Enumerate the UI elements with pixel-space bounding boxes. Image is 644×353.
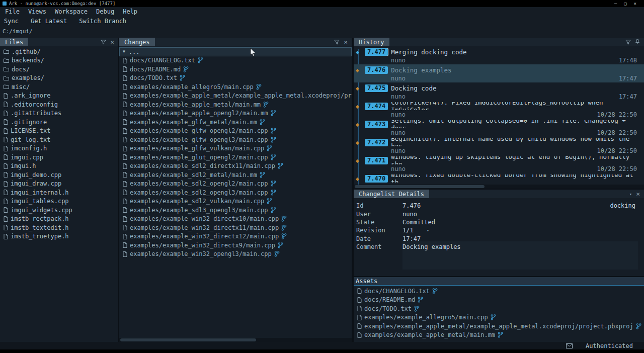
changed-file-row[interactable]: examples/example_win32_directx12/main.cp…	[119, 232, 352, 241]
close-icon[interactable]: ×	[110, 39, 114, 45]
changed-file-row[interactable]: examples/example_glfw_metal/main.mm	[119, 118, 352, 127]
changed-file-row[interactable]: examples/example_glfw_vulkan/main.cpp	[119, 144, 352, 153]
mail-icon[interactable]	[566, 343, 573, 348]
maximize-button[interactable]: ▢	[624, 1, 626, 6]
file-name: imconfig.h	[11, 145, 47, 152]
assets-panel-title[interactable]: Assets	[356, 278, 377, 285]
changed-file-row[interactable]: examples/example_sdl3_opengl3/main.cpp	[119, 206, 352, 215]
toolbar-switch-branch-button[interactable]: Switch Branch	[79, 18, 126, 25]
history-commit-row[interactable]: 7.472BeginChild(): Internal name used by…	[354, 137, 644, 155]
chevron-down-icon[interactable]: ▾	[427, 228, 429, 233]
changeset-badge[interactable]: 7.470	[365, 175, 388, 183]
close-icon[interactable]: ×	[636, 191, 640, 197]
changeset-badge[interactable]: 7.471	[365, 157, 388, 164]
file-tree-item[interactable]: imstb_rectpack.h	[0, 215, 118, 224]
file-tree-item[interactable]: git_log.txt	[0, 135, 118, 144]
changed-file-row[interactable]: examples/example_sdl2_opengl2/main.cpp	[119, 180, 352, 189]
close-icon[interactable]: ×	[344, 39, 348, 45]
history-commit-row[interactable]: 7.474ColorPicker4(): Fixed ImGuiColorEdi…	[354, 101, 644, 119]
toolbar-sync-button[interactable]: Sync	[4, 18, 19, 25]
changes-panel-title[interactable]: Changes	[119, 38, 155, 46]
changed-file-row[interactable]: examples/example_win32_directx9/main.cpp	[119, 241, 352, 250]
filter-icon[interactable]	[101, 40, 106, 45]
toolbar-get-latest-button[interactable]: Get Latest	[31, 18, 67, 25]
file-tree-item[interactable]: imstb_textedit.h	[0, 223, 118, 232]
history-commit-row[interactable]: 7.471Windows: tidying up skipitems logic…	[354, 155, 644, 173]
changed-file-row[interactable]: examples/example_apple_opengl2/main.mm	[119, 109, 352, 118]
filter-icon[interactable]	[334, 40, 340, 45]
file-tree-item[interactable]: .gitattributes	[0, 109, 118, 118]
changed-file-row[interactable]: examples/example_glfw_opengl3/main.cpp	[119, 135, 352, 144]
menu-file[interactable]: File	[5, 8, 20, 15]
history-commit-row[interactable]: 7.475Docking codenuno17:47	[354, 82, 644, 101]
file-tree-item[interactable]: imconfig.h	[0, 144, 118, 153]
changed-file-row[interactable]: examples/example_sdl2_metal/main.mm	[119, 170, 352, 180]
changed-file-row[interactable]: examples/example_sdl2_opengl3/main.cpp	[119, 188, 352, 197]
file-tree-item[interactable]: backends/	[0, 56, 118, 65]
changed-file-row[interactable]: examples/example_sdl2_directx11/main.cpp	[119, 162, 352, 171]
file-tree-item[interactable]: imgui_tables.cpp	[0, 197, 118, 206]
file-tree-item[interactable]: docs/	[0, 65, 118, 74]
changeset-badge[interactable]: 7.472	[365, 139, 388, 146]
file-tree-item[interactable]: imgui.cpp	[0, 153, 118, 162]
asset-row[interactable]: examples/example_apple_metal/main.mm	[354, 331, 644, 340]
horizontal-scrollbar[interactable]	[354, 185, 644, 189]
close-button[interactable]: ×	[634, 1, 636, 6]
file-tree-item[interactable]: imgui.h	[0, 162, 118, 171]
menu-views[interactable]: Views	[28, 8, 46, 15]
changed-file-row[interactable]: docs/TODO.txt	[119, 74, 352, 83]
minimize-button[interactable]: –	[614, 1, 617, 6]
history-panel-title[interactable]: History	[354, 38, 389, 46]
files-panel-title[interactable]: Files	[0, 38, 28, 46]
changed-file-row[interactable]: docs/README.md	[119, 65, 352, 74]
scrollbar-handle[interactable]	[355, 185, 485, 188]
menu-workspace[interactable]: Workspace	[55, 8, 88, 15]
expand-icon[interactable]: ▼	[123, 49, 125, 54]
file-tree-item[interactable]: examples/	[0, 74, 118, 83]
changeset-badge[interactable]: 7.475	[365, 84, 388, 92]
horizontal-scrollbar[interactable]	[119, 338, 352, 342]
menu-help[interactable]: Help	[123, 8, 137, 15]
scrollbar-handle[interactable]	[120, 338, 256, 341]
changed-file-row[interactable]: examples/example_apple_metal/example_app…	[119, 92, 352, 101]
changed-file-row[interactable]: docs/CHANGELOG.txt	[119, 56, 352, 65]
file-tree-item[interactable]: imgui_widgets.cpp	[0, 206, 118, 215]
changeset-badge[interactable]: 7.474	[365, 103, 388, 110]
pin-icon[interactable]	[635, 39, 640, 45]
changed-file-row[interactable]: examples/example_win32_directx11/main.cp…	[119, 223, 352, 232]
file-tree-item[interactable]: .gitignore	[0, 118, 118, 127]
chevron-down-icon[interactable]: ▾	[629, 192, 632, 197]
file-tree-item[interactable]: .ark_ignore	[0, 92, 118, 101]
changed-file-row[interactable]: examples/example_glut_opengl2/main.cpp	[119, 153, 352, 162]
asset-row[interactable]: docs/CHANGELOG.txt	[354, 287, 644, 296]
menu-debug[interactable]: Debug	[96, 8, 114, 15]
details-panel-title[interactable]: Changelist Details	[354, 190, 429, 198]
changed-file-row[interactable]: examples/example_win32_directx10/main.cp…	[119, 215, 352, 224]
file-tree-item[interactable]: imgui_draw.cpp	[0, 180, 118, 189]
asset-row[interactable]: examples/example_allegro5/main.cpp	[354, 313, 644, 322]
history-commit-row[interactable]: 7.473Settings: omit outputing Collapsed=…	[354, 119, 644, 137]
asset-row[interactable]: docs/README.md	[354, 296, 644, 305]
file-tree-item[interactable]: .editorconfig	[0, 100, 118, 109]
file-tree-item[interactable]: imstb_truetype.h	[0, 232, 118, 241]
changed-file-row[interactable]: examples/example_allegro5/main.cpp	[119, 82, 352, 92]
changed-file-row[interactable]: examples/example_win32_opengl3/main.cpp	[119, 250, 352, 259]
file-tree-item[interactable]: .github/	[0, 47, 118, 56]
file-tree-item[interactable]: imgui_internal.h	[0, 188, 118, 197]
changeset-badge[interactable]: 7.473	[365, 121, 388, 128]
asset-row[interactable]: docs/TODO.txt	[354, 304, 644, 313]
changed-file-row[interactable]: examples/example_glfw_opengl2/main.cpp	[119, 127, 352, 136]
file-tree-item[interactable]: LICENSE.txt	[0, 127, 118, 136]
file-tree-item[interactable]: misc/	[0, 82, 118, 92]
history-commit-row[interactable]: 7.477Merging docking codenuno17:48	[354, 46, 644, 64]
changeset-badge[interactable]: 7.476	[365, 66, 388, 74]
changeset-badge[interactable]: 7.477	[365, 48, 388, 56]
asset-row[interactable]: examples/example_apple_metal/example_app…	[354, 322, 644, 331]
file-tree-item[interactable]: imgui_demo.cpp	[0, 170, 118, 180]
history-commit-row[interactable]: 7.476Docking examplesnuno17:47	[354, 64, 644, 82]
filter-icon[interactable]	[625, 40, 631, 45]
changed-file-row[interactable]: examples/example_sdl2_vulkan/main.cpp	[119, 197, 352, 206]
history-commit-row[interactable]: 7.470Windows: fixed double-clicked borde…	[354, 173, 644, 185]
changed-file-row[interactable]: examples/example_apple_metal/main.mm	[119, 100, 352, 109]
changes-root-item[interactable]: ▼ ...	[119, 47, 352, 56]
